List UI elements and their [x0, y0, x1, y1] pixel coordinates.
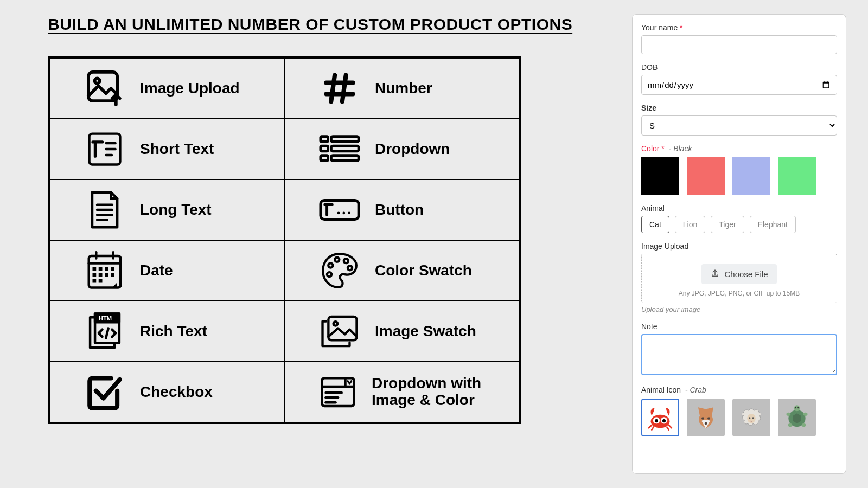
svg-rect-14: [321, 156, 328, 161]
svg-point-63: [749, 417, 750, 419]
label-dob: DOB: [641, 63, 837, 72]
animal-elephant[interactable]: Elephant: [750, 216, 796, 233]
label-short-text: Short Text: [140, 140, 214, 158]
cell-image-upload: Image Upload: [49, 58, 284, 119]
number-icon: [318, 67, 361, 110]
label-long-text: Long Text: [140, 201, 212, 219]
icon-swatch-fox[interactable]: [687, 399, 725, 436]
field-animal-icon: Animal Icon - Crab: [641, 386, 837, 436]
label-image-upload: Image Upload: [140, 80, 240, 97]
dropdown-image-color-icon: [318, 371, 358, 413]
svg-point-58: [662, 419, 666, 422]
svg-rect-3: [340, 73, 348, 104]
field-color: Color * - Black: [641, 144, 837, 195]
svg-point-72: [788, 423, 793, 427]
swatch-coral[interactable]: [687, 157, 725, 195]
swatch-black[interactable]: [641, 157, 679, 195]
upload-helper: Upload your image: [641, 305, 837, 313]
image-upload-icon: [84, 67, 126, 110]
dob-input[interactable]: [641, 75, 837, 95]
svg-point-38: [328, 263, 333, 267]
cell-short-text: Short Text: [49, 119, 284, 179]
rich-text-icon: HTM: [84, 310, 126, 352]
cell-dropdown: Dropdown: [284, 119, 519, 179]
page-title: BUILD AN UNLIMITED NUMBER OF CUSTOM PROD…: [48, 15, 616, 34]
svg-point-71: [803, 413, 808, 416]
svg-line-45: [106, 328, 108, 338]
icon-swatch-sheep[interactable]: [732, 399, 770, 436]
svg-rect-33: [99, 273, 103, 277]
svg-point-68: [795, 407, 796, 408]
upload-hint: Any JPG, JPEG, PNG, or GIF up to 15MB: [647, 290, 831, 297]
note-textarea[interactable]: [641, 334, 837, 375]
cell-button: Button: [284, 179, 519, 240]
upload-arrow-icon: [710, 268, 720, 280]
svg-point-21: [337, 211, 340, 214]
animal-lion[interactable]: Lion: [675, 216, 705, 233]
cell-dropdown-image-color: Dropdown with Image & Color: [284, 362, 519, 422]
checkbox-icon: [84, 371, 126, 413]
svg-rect-15: [331, 156, 359, 161]
svg-rect-12: [321, 146, 328, 151]
upload-dropzone[interactable]: Choose File Any JPG, JPEG, PNG, or GIF u…: [641, 254, 837, 303]
svg-point-60: [707, 417, 710, 420]
svg-rect-46: [328, 317, 356, 340]
field-animal: Animal Cat Lion Tiger Elephant: [641, 204, 837, 233]
choose-file-button[interactable]: Choose File: [701, 264, 776, 284]
svg-point-73: [802, 423, 806, 427]
image-swatch-icon: [318, 310, 361, 352]
label-name: Your name: [641, 23, 837, 32]
label-image-swatch: Image Swatch: [375, 323, 476, 340]
field-note: Note: [641, 322, 837, 377]
cell-long-text: Long Text: [49, 179, 284, 240]
icon-swatch-crab[interactable]: [641, 399, 679, 436]
svg-rect-24: [89, 256, 121, 288]
svg-rect-31: [111, 267, 114, 271]
long-text-icon: [84, 189, 126, 231]
svg-point-61: [705, 422, 707, 425]
options-form: Your name DOB Size S Color * - Black Ani…: [632, 14, 846, 474]
cell-date: Date: [49, 240, 284, 301]
label-image-upload: Image Upload: [641, 242, 837, 251]
name-input[interactable]: [641, 35, 837, 54]
svg-point-23: [348, 211, 350, 214]
svg-rect-36: [93, 279, 97, 283]
label-animal-icon: Animal Icon - Crab: [641, 386, 837, 394]
color-swatch-icon: [318, 249, 361, 292]
date-icon: [84, 249, 126, 292]
animal-tiger[interactable]: Tiger: [711, 216, 744, 233]
button-icon: [318, 189, 361, 231]
label-checkbox: Checkbox: [140, 383, 213, 401]
label-animal: Animal: [641, 204, 837, 213]
cell-image-swatch: Image Swatch: [284, 301, 519, 362]
svg-rect-10: [321, 137, 328, 142]
label-color-swatch: Color Swatch: [375, 262, 472, 279]
svg-rect-4: [324, 81, 355, 85]
animal-cat[interactable]: Cat: [641, 216, 669, 233]
label-button: Button: [375, 201, 424, 219]
svg-point-1: [95, 79, 100, 84]
swatch-periwinkle[interactable]: [732, 157, 770, 195]
swatch-green[interactable]: [778, 157, 816, 195]
label-rich-text: Rich Text: [140, 323, 207, 340]
svg-point-22: [342, 211, 345, 214]
svg-rect-35: [111, 273, 114, 277]
icon-swatch-turtle[interactable]: [778, 399, 816, 436]
cell-checkbox: Checkbox: [49, 362, 284, 422]
label-size: Size: [641, 104, 837, 112]
svg-point-57: [655, 419, 658, 422]
option-types-grid: Image Upload Number: [48, 56, 521, 424]
label-number: Number: [375, 80, 432, 97]
size-select[interactable]: S: [641, 115, 837, 136]
svg-point-70: [786, 413, 790, 416]
cell-color-swatch: Color Swatch: [284, 240, 519, 301]
field-name: Your name: [641, 23, 837, 54]
svg-rect-13: [331, 146, 359, 151]
short-text-icon: [84, 128, 126, 170]
field-dob: DOB: [641, 63, 837, 95]
svg-rect-11: [331, 137, 359, 142]
svg-text:HTM: HTM: [99, 315, 112, 322]
svg-rect-37: [99, 279, 103, 283]
svg-point-64: [752, 417, 754, 419]
dropdown-icon: [318, 128, 361, 170]
